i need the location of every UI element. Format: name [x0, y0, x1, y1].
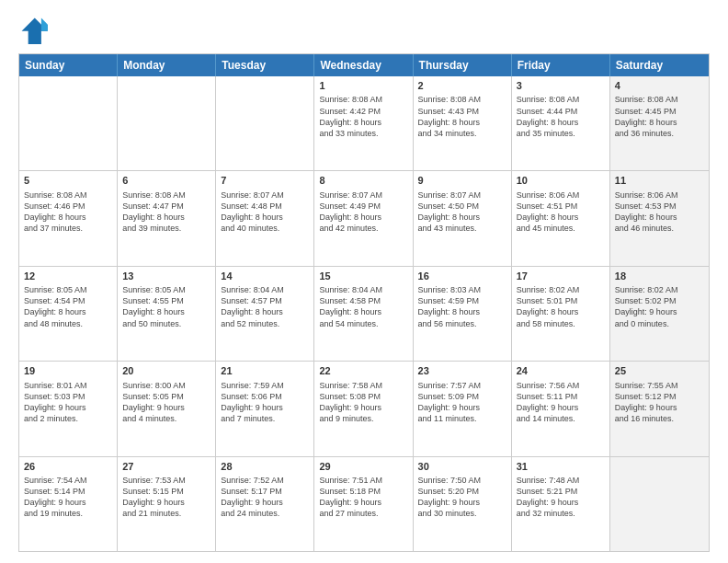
day-number: 24 — [517, 364, 605, 378]
header — [18, 15, 710, 44]
calendar-cell: 16Sunrise: 8:03 AM Sunset: 4:59 PM Dayli… — [414, 267, 512, 361]
day-number: 23 — [418, 364, 506, 378]
weekday-header-wednesday: Wednesday — [314, 54, 413, 76]
day-info: Sunrise: 8:01 AM Sunset: 5:03 PM Dayligh… — [24, 380, 112, 425]
day-number: 15 — [319, 270, 407, 283]
calendar-cell: 31Sunrise: 7:48 AM Sunset: 5:21 PM Dayli… — [512, 457, 610, 551]
calendar-cell: 12Sunrise: 8:05 AM Sunset: 4:54 PM Dayli… — [19, 267, 118, 361]
day-number: 10 — [517, 174, 605, 188]
calendar-cell: 26Sunrise: 7:54 AM Sunset: 5:14 PM Dayli… — [19, 457, 118, 551]
day-info: Sunrise: 7:51 AM Sunset: 5:18 PM Dayligh… — [319, 475, 407, 520]
calendar-cell: 22Sunrise: 7:58 AM Sunset: 5:08 PM Dayli… — [314, 362, 413, 455]
calendar-cell: 20Sunrise: 8:00 AM Sunset: 5:05 PM Dayli… — [118, 362, 216, 455]
calendar-cell: 5Sunrise: 8:08 AM Sunset: 4:46 PM Daylig… — [19, 171, 118, 265]
day-info: Sunrise: 8:08 AM Sunset: 4:43 PM Dayligh… — [418, 94, 506, 139]
day-number: 25 — [615, 364, 704, 378]
day-number: 6 — [122, 174, 210, 188]
calendar-cell: 18Sunrise: 8:02 AM Sunset: 5:02 PM Dayli… — [610, 267, 709, 361]
day-number: 17 — [517, 270, 605, 283]
day-info: Sunrise: 8:05 AM Sunset: 4:55 PM Dayligh… — [122, 284, 210, 329]
calendar-cell: 30Sunrise: 7:50 AM Sunset: 5:20 PM Dayli… — [414, 457, 512, 551]
weekday-header-friday: Friday — [512, 54, 610, 76]
calendar-cell: 6Sunrise: 8:08 AM Sunset: 4:47 PM Daylig… — [118, 171, 216, 265]
calendar-cell: 23Sunrise: 7:57 AM Sunset: 5:09 PM Dayli… — [414, 362, 512, 455]
page: SundayMondayTuesdayWednesdayThursdayFrid… — [0, 0, 728, 563]
weekday-header-tuesday: Tuesday — [216, 54, 314, 76]
calendar-cell: 19Sunrise: 8:01 AM Sunset: 5:03 PM Dayli… — [19, 362, 118, 455]
day-info: Sunrise: 8:08 AM Sunset: 4:44 PM Dayligh… — [517, 94, 605, 139]
day-number: 30 — [418, 460, 506, 474]
day-number: 19 — [24, 364, 112, 378]
day-info: Sunrise: 8:08 AM Sunset: 4:45 PM Dayligh… — [615, 94, 704, 139]
day-number: 22 — [319, 364, 407, 378]
day-info: Sunrise: 7:55 AM Sunset: 5:12 PM Dayligh… — [615, 380, 704, 425]
day-number: 29 — [319, 460, 407, 474]
calendar-cell: 4Sunrise: 8:08 AM Sunset: 4:45 PM Daylig… — [610, 76, 709, 170]
day-info: Sunrise: 7:57 AM Sunset: 5:09 PM Dayligh… — [418, 380, 506, 425]
day-info: Sunrise: 8:00 AM Sunset: 5:05 PM Dayligh… — [122, 380, 210, 425]
weekday-header-sunday: Sunday — [19, 54, 118, 76]
day-info: Sunrise: 8:03 AM Sunset: 4:59 PM Dayligh… — [418, 284, 506, 329]
day-number: 16 — [418, 270, 506, 283]
calendar-cell: 9Sunrise: 8:07 AM Sunset: 4:50 PM Daylig… — [414, 171, 512, 265]
day-info: Sunrise: 8:02 AM Sunset: 5:02 PM Dayligh… — [615, 284, 704, 329]
calendar-cell: 28Sunrise: 7:52 AM Sunset: 5:17 PM Dayli… — [216, 457, 314, 551]
day-number: 3 — [517, 79, 605, 93]
day-number: 12 — [24, 270, 112, 283]
day-number: 7 — [221, 174, 309, 188]
day-info: Sunrise: 8:08 AM Sunset: 4:46 PM Dayligh… — [24, 190, 112, 235]
day-number: 13 — [122, 270, 210, 283]
day-info: Sunrise: 7:53 AM Sunset: 5:15 PM Dayligh… — [122, 475, 210, 520]
day-info: Sunrise: 7:52 AM Sunset: 5:17 PM Dayligh… — [221, 475, 309, 520]
calendar-body: 1Sunrise: 8:08 AM Sunset: 4:42 PM Daylig… — [19, 76, 709, 551]
day-info: Sunrise: 8:07 AM Sunset: 4:50 PM Dayligh… — [418, 190, 506, 235]
logo — [18, 15, 51, 44]
day-info: Sunrise: 8:04 AM Sunset: 4:58 PM Dayligh… — [319, 284, 407, 329]
day-number: 20 — [122, 364, 210, 378]
calendar-row-4: 26Sunrise: 7:54 AM Sunset: 5:14 PM Dayli… — [19, 456, 709, 551]
day-number: 21 — [221, 364, 309, 378]
calendar-cell — [216, 76, 314, 170]
calendar: SundayMondayTuesdayWednesdayThursdayFrid… — [18, 53, 710, 552]
weekday-header-saturday: Saturday — [610, 54, 709, 76]
day-number: 11 — [615, 174, 704, 188]
day-info: Sunrise: 7:50 AM Sunset: 5:20 PM Dayligh… — [418, 475, 506, 520]
day-info: Sunrise: 8:07 AM Sunset: 4:48 PM Dayligh… — [221, 190, 309, 235]
day-number: 28 — [221, 460, 309, 474]
day-number: 26 — [24, 460, 112, 474]
calendar-cell: 14Sunrise: 8:04 AM Sunset: 4:57 PM Dayli… — [216, 267, 314, 361]
calendar-cell: 2Sunrise: 8:08 AM Sunset: 4:43 PM Daylig… — [414, 76, 512, 170]
calendar-cell: 8Sunrise: 8:07 AM Sunset: 4:49 PM Daylig… — [314, 171, 413, 265]
calendar-row-3: 19Sunrise: 8:01 AM Sunset: 5:03 PM Dayli… — [19, 361, 709, 455]
day-info: Sunrise: 7:48 AM Sunset: 5:21 PM Dayligh… — [517, 475, 605, 520]
calendar-header: SundayMondayTuesdayWednesdayThursdayFrid… — [19, 54, 709, 76]
day-info: Sunrise: 7:54 AM Sunset: 5:14 PM Dayligh… — [24, 475, 112, 520]
day-number: 27 — [122, 460, 210, 474]
calendar-cell: 15Sunrise: 8:04 AM Sunset: 4:58 PM Dayli… — [314, 267, 413, 361]
calendar-cell — [118, 76, 216, 170]
calendar-cell: 3Sunrise: 8:08 AM Sunset: 4:44 PM Daylig… — [512, 76, 610, 170]
day-info: Sunrise: 7:58 AM Sunset: 5:08 PM Dayligh… — [319, 380, 407, 425]
calendar-cell: 7Sunrise: 8:07 AM Sunset: 4:48 PM Daylig… — [216, 171, 314, 265]
day-info: Sunrise: 7:59 AM Sunset: 5:06 PM Dayligh… — [221, 380, 309, 425]
day-number: 31 — [517, 460, 605, 474]
calendar-cell: 11Sunrise: 8:06 AM Sunset: 4:53 PM Dayli… — [610, 171, 709, 265]
calendar-row-2: 12Sunrise: 8:05 AM Sunset: 4:54 PM Dayli… — [19, 266, 709, 361]
day-info: Sunrise: 7:56 AM Sunset: 5:11 PM Dayligh… — [517, 380, 605, 425]
calendar-row-0: 1Sunrise: 8:08 AM Sunset: 4:42 PM Daylig… — [19, 76, 709, 170]
logo-icon — [18, 15, 48, 44]
calendar-cell — [610, 457, 709, 551]
day-info: Sunrise: 8:08 AM Sunset: 4:47 PM Dayligh… — [122, 190, 210, 235]
calendar-cell: 25Sunrise: 7:55 AM Sunset: 5:12 PM Dayli… — [610, 362, 709, 455]
day-number: 5 — [24, 174, 112, 188]
calendar-cell: 21Sunrise: 7:59 AM Sunset: 5:06 PM Dayli… — [216, 362, 314, 455]
day-number: 4 — [615, 79, 704, 93]
calendar-cell: 13Sunrise: 8:05 AM Sunset: 4:55 PM Dayli… — [118, 267, 216, 361]
calendar-row-1: 5Sunrise: 8:08 AM Sunset: 4:46 PM Daylig… — [19, 170, 709, 265]
calendar-cell: 27Sunrise: 7:53 AM Sunset: 5:15 PM Dayli… — [118, 457, 216, 551]
day-info: Sunrise: 8:07 AM Sunset: 4:49 PM Dayligh… — [319, 190, 407, 235]
day-number: 2 — [418, 79, 506, 93]
day-info: Sunrise: 8:08 AM Sunset: 4:42 PM Dayligh… — [319, 94, 407, 139]
day-info: Sunrise: 8:06 AM Sunset: 4:53 PM Dayligh… — [615, 190, 704, 235]
day-number: 18 — [615, 270, 704, 283]
